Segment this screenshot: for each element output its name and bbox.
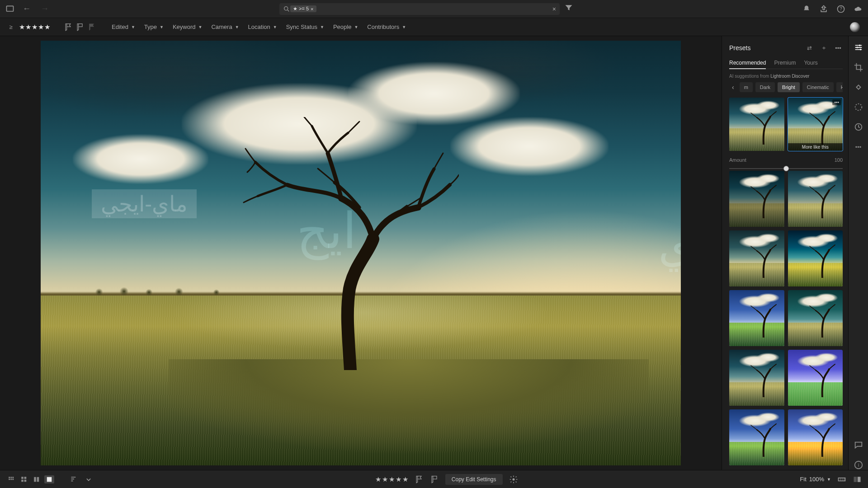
rating-toggle-icon[interactable]: ≥ (6, 23, 15, 32)
healing-icon[interactable] (854, 82, 863, 92)
topbar: ← → ★ >= 5× × ? (0, 0, 868, 18)
svg-rect-30 (854, 477, 857, 482)
preset-card[interactable] (788, 230, 843, 286)
svg-rect-17 (12, 479, 14, 480)
detail-view-icon[interactable] (44, 475, 54, 483)
amount-label: Amount (729, 157, 746, 163)
zoom-fit-dropdown[interactable]: Fit 100% ▼ (800, 476, 831, 483)
preset-category-row: ‹ mDarkBrightCinematicHDR (729, 82, 843, 92)
filter-type[interactable]: Type▼ (141, 22, 167, 32)
before-after-icon[interactable] (853, 475, 862, 484)
pick-flag-icon[interactable] (415, 475, 424, 484)
cloud-icon[interactable] (854, 5, 863, 14)
svg-rect-12 (9, 477, 10, 478)
grid-small-view-icon[interactable] (6, 475, 16, 483)
preset-card[interactable] (788, 290, 843, 346)
search-icon (283, 5, 290, 13)
preset-card[interactable] (788, 350, 843, 406)
preset-card[interactable] (729, 409, 784, 465)
tag-remove-icon[interactable]: × (311, 6, 313, 12)
search-filter-tag[interactable]: ★ >= 5× (290, 5, 316, 12)
preset-card[interactable] (729, 171, 784, 227)
preset-card[interactable] (729, 98, 784, 151)
filter-people[interactable]: People▼ (330, 22, 362, 32)
preset-more-icon[interactable]: ••• (834, 43, 843, 52)
filter-camera[interactable]: Camera▼ (208, 22, 242, 32)
reject-flag-icon[interactable] (430, 475, 439, 484)
sort-direction-icon[interactable] (84, 475, 93, 484)
preset-category-cinematic[interactable]: Cinematic (802, 82, 834, 92)
filter-edited[interactable]: Edited▼ (108, 22, 139, 32)
edit-sliders-icon[interactable] (854, 42, 863, 52)
svg-text:i: i (858, 463, 859, 468)
more-tools-icon[interactable]: ••• (854, 142, 863, 152)
grid-view-icon[interactable] (19, 475, 29, 483)
versions-icon[interactable] (854, 122, 863, 132)
svg-line-2 (288, 10, 289, 11)
svg-rect-19 (24, 477, 27, 479)
sort-icon[interactable] (70, 475, 79, 484)
preset-card[interactable] (788, 171, 843, 227)
filter-bar: ≥ ★★★★★ Edited▼Type▼Keyword▼Camera▼Locat… (0, 18, 868, 36)
info-icon[interactable]: i (854, 460, 863, 470)
bottom-bar: ★★★★★ Copy Edit Settings Fit 100% ▼ (0, 470, 868, 488)
preset-tabs: RecommendedPremiumYours (729, 58, 843, 69)
compare-view-icon[interactable] (32, 475, 42, 483)
masking-icon[interactable] (854, 102, 863, 112)
share-icon[interactable] (819, 5, 828, 14)
preset-category-dark[interactable]: Dark (755, 82, 775, 92)
edit-mode-icon[interactable] (850, 22, 860, 32)
svg-rect-23 (37, 477, 39, 482)
svg-rect-22 (34, 477, 36, 482)
comments-icon[interactable] (854, 440, 863, 450)
preset-card[interactable] (729, 350, 784, 406)
preset-card[interactable] (729, 290, 784, 346)
preset-card[interactable]: More like this••• (788, 98, 843, 151)
preset-category-hdr[interactable]: HDR (836, 82, 843, 92)
image-canvas[interactable]: ماي-ايجي ايج ي (0, 36, 722, 470)
bell-icon[interactable] (802, 5, 811, 14)
svg-point-8 (855, 104, 862, 111)
preset-tab-premium[interactable]: Premium (774, 58, 796, 68)
amount-value: 100 (835, 157, 843, 163)
preset-tab-recommended[interactable]: Recommended (729, 58, 766, 69)
flag-unflagged-icon[interactable] (75, 23, 85, 32)
preset-category-m[interactable]: m (740, 82, 753, 92)
filter-contributors[interactable]: Contributors▼ (363, 22, 410, 32)
rating-assign[interactable]: ★★★★★ (375, 475, 408, 483)
search-clear-icon[interactable]: × (552, 5, 556, 13)
crop-icon[interactable] (854, 62, 863, 72)
search-box[interactable]: ★ >= 5× × (279, 3, 560, 15)
preset-add-icon[interactable]: ＋ (819, 43, 828, 52)
filter-location[interactable]: Location▼ (245, 22, 281, 32)
category-scroll-left-icon[interactable]: ‹ (729, 83, 737, 92)
svg-point-6 (856, 47, 858, 48)
panel-title: Presets (729, 44, 750, 52)
svg-rect-31 (858, 477, 861, 482)
preset-card[interactable] (788, 409, 843, 465)
filter-funnel-icon[interactable] (564, 3, 573, 12)
flag-pick-icon[interactable] (64, 23, 73, 32)
filmstrip-icon[interactable] (837, 475, 846, 484)
preset-card[interactable] (729, 230, 784, 286)
copy-edit-settings-button[interactable]: Copy Edit Settings (445, 474, 503, 485)
rating-filter[interactable]: ★★★★★ (19, 23, 50, 31)
preset-tab-yours[interactable]: Yours (804, 58, 817, 68)
svg-rect-13 (10, 477, 12, 478)
nav-back-button[interactable]: ← (21, 4, 33, 14)
filter-sync-status[interactable]: Sync Status▼ (283, 22, 328, 32)
preset-sync-icon[interactable]: ⇄ (805, 43, 814, 52)
svg-rect-0 (7, 6, 14, 11)
help-icon[interactable]: ? (836, 5, 845, 14)
filter-keyword[interactable]: Keyword▼ (169, 22, 206, 32)
svg-rect-24 (47, 477, 52, 482)
preset-category-bright[interactable]: Bright (778, 82, 800, 92)
svg-rect-15 (9, 479, 10, 480)
svg-rect-18 (21, 477, 24, 479)
main-photo: ماي-ايجي ايج ي (41, 41, 681, 465)
library-icon[interactable] (5, 5, 14, 14)
svg-rect-20 (21, 479, 24, 482)
settings-gear-icon[interactable] (509, 475, 518, 484)
search-input[interactable] (319, 6, 556, 12)
flag-reject-icon[interactable] (87, 23, 96, 32)
